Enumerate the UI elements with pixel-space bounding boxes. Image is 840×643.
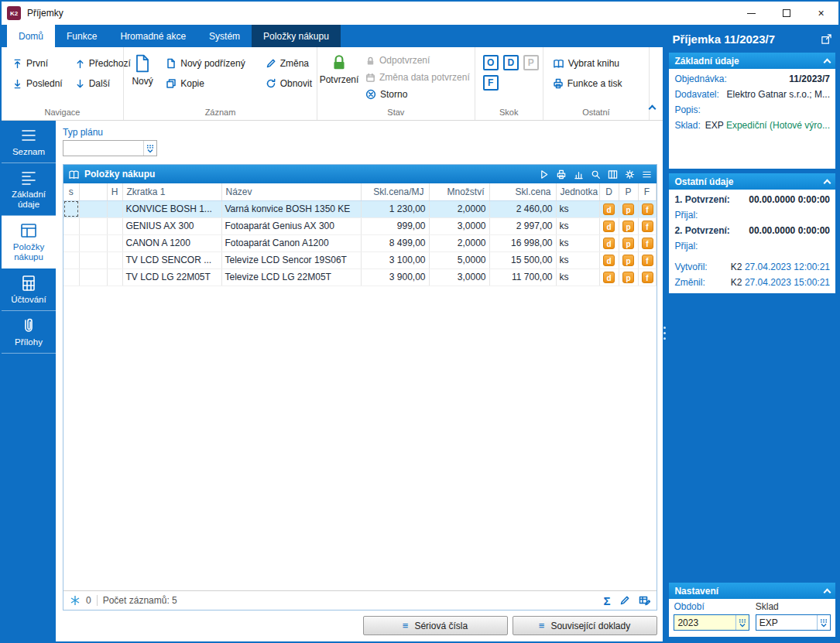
jump-o-button[interactable]: O <box>483 55 499 70</box>
cell-blank[interactable] <box>79 217 107 234</box>
cell-mnozstvi[interactable]: 2,0000 <box>429 200 489 217</box>
maximize-button[interactable] <box>769 2 804 25</box>
cell-select[interactable] <box>63 234 79 251</box>
cell-jednotka[interactable]: ks <box>556 251 599 268</box>
jump-d-button[interactable]: D <box>503 55 519 70</box>
cell-zkratka[interactable]: TV LCD SENCOR ... <box>122 251 221 268</box>
cell-flag-f[interactable]: f <box>638 251 656 268</box>
cell-cena[interactable]: 11 700,00 <box>489 268 556 286</box>
collapse-ribbon-button[interactable] <box>650 103 663 120</box>
cell-nazev[interactable]: Fotoaparát Canon A1200 <box>221 234 361 251</box>
cell-cena[interactable]: 16 998,00 <box>489 234 556 251</box>
cell-cena[interactable]: 15 500,00 <box>489 251 556 268</box>
col-header-mnozstvi[interactable]: Množství <box>429 183 489 200</box>
cell-mnozstvi[interactable]: 3,0000 <box>429 217 489 234</box>
cell-jednotka[interactable]: ks <box>556 268 599 286</box>
cell-mnozstvi[interactable]: 3,0000 <box>429 268 489 286</box>
cell-flag-d[interactable]: d <box>599 200 619 217</box>
col-header-sklcena[interactable]: Skl.cena <box>489 183 556 200</box>
cell-mnozstvi[interactable]: 2,0000 <box>429 234 489 251</box>
chart-icon[interactable] <box>574 169 584 180</box>
cell-jednotka[interactable]: ks <box>556 217 599 234</box>
cell-select[interactable] <box>63 217 79 234</box>
table-row[interactable]: TV LCD LG 22M05T Televize LCD LG 22M05T … <box>63 268 656 286</box>
cell-jednotka[interactable]: ks <box>556 200 599 217</box>
cell-flag-p[interactable]: p <box>619 251 638 268</box>
copy-button[interactable]: Kopie <box>161 74 249 94</box>
cell-h[interactable] <box>107 234 122 251</box>
cell-cena[interactable]: 2 460,00 <box>489 200 556 217</box>
edit-pencil-icon[interactable] <box>619 595 630 606</box>
tab-polozky-nakupu[interactable]: Položky nákupu <box>252 25 341 47</box>
minimize-button[interactable] <box>734 2 769 25</box>
last-button[interactable]: Poslední <box>8 74 67 94</box>
play-icon[interactable] <box>540 169 549 180</box>
gear-icon[interactable] <box>625 169 635 180</box>
open-in-window-icon[interactable] <box>821 33 832 45</box>
new-child-button[interactable]: Nový podřízený <box>161 53 249 74</box>
cell-cena-mj[interactable]: 3 100,00 <box>361 251 429 268</box>
cell-select[interactable] <box>63 268 79 286</box>
flag-d-chip[interactable]: d <box>603 272 615 283</box>
cell-flag-p[interactable]: p <box>619 217 638 234</box>
sidebar-item-seznam[interactable]: Seznam <box>2 121 56 163</box>
flag-f-chip[interactable]: f <box>642 272 653 283</box>
cell-blank[interactable] <box>79 234 107 251</box>
cell-mnozstvi[interactable]: 5,0000 <box>429 251 489 268</box>
tab-funkce[interactable]: Funkce <box>55 25 108 47</box>
change-button[interactable]: Změna <box>261 53 317 74</box>
section-ostatni-udaje[interactable]: Ostatní údaje <box>669 173 835 190</box>
flag-d-chip[interactable]: d <box>603 221 615 232</box>
cell-nazev[interactable]: Fotoaparát Genius AX 300 <box>221 217 361 234</box>
col-header-h[interactable]: H <box>107 183 122 200</box>
cell-blank[interactable] <box>79 200 107 217</box>
col-header-s[interactable]: s <box>63 183 79 200</box>
col-header-nazev[interactable]: Název <box>221 183 361 200</box>
cell-select[interactable] <box>63 200 79 217</box>
cell-h[interactable] <box>107 200 122 217</box>
cell-zkratka[interactable]: CANON A 1200 <box>122 234 221 251</box>
cell-h[interactable] <box>107 217 122 234</box>
obdobi-select[interactable]: 2023 <box>674 614 749 631</box>
sklad-select[interactable]: EXP <box>756 614 831 631</box>
cell-flag-f[interactable]: f <box>638 268 656 286</box>
cell-flag-p[interactable]: p <box>619 268 638 286</box>
flag-p-chip[interactable]: p <box>622 238 634 249</box>
cell-cena-mj[interactable]: 8 499,00 <box>361 234 429 251</box>
cell-h[interactable] <box>107 268 122 286</box>
table-row[interactable]: KONVICE BOSH 1... Varná konvice BOSH 135… <box>63 200 656 217</box>
cell-flag-d[interactable]: d <box>599 217 619 234</box>
col-header-jednotka[interactable]: Jednotka <box>556 183 599 200</box>
first-button[interactable]: První <box>8 53 67 74</box>
flag-f-chip[interactable]: f <box>642 238 653 249</box>
cell-flag-p[interactable]: p <box>619 234 638 251</box>
cell-flag-d[interactable]: d <box>599 234 619 251</box>
col-header-d[interactable]: D <box>599 183 619 200</box>
flag-d-chip[interactable]: d <box>603 255 615 266</box>
flag-p-chip[interactable]: p <box>622 255 634 266</box>
flag-p-chip[interactable]: p <box>622 272 634 283</box>
cell-flag-d[interactable]: d <box>599 251 619 268</box>
jump-p-button[interactable]: P <box>523 55 539 70</box>
cell-flag-d[interactable]: d <box>599 268 619 286</box>
flag-f-chip[interactable]: f <box>642 255 653 266</box>
search-gear-icon[interactable] <box>591 169 601 180</box>
cell-zkratka[interactable]: GENIUS AX 300 <box>122 217 221 234</box>
col-header-p[interactable]: P <box>619 183 638 200</box>
tab-system[interactable]: Systém <box>197 25 252 47</box>
unconfirm-button[interactable]: Odpotvrzení <box>361 52 475 69</box>
menu-icon[interactable] <box>642 169 652 180</box>
cell-select[interactable] <box>63 251 79 268</box>
cell-jednotka[interactable]: ks <box>556 234 599 251</box>
cell-cena-mj[interactable]: 999,00 <box>361 217 429 234</box>
cell-zkratka[interactable]: TV LCD LG 22M05T <box>122 268 221 286</box>
columns-icon[interactable] <box>608 169 618 180</box>
table-row[interactable]: CANON A 1200 Fotoaparát Canon A1200 8 49… <box>63 234 656 251</box>
functions-print-button[interactable]: Funkce a tisk <box>548 74 627 94</box>
cell-blank[interactable] <box>79 268 107 286</box>
table-row[interactable]: GENIUS AX 300 Fotoaparát Genius AX 300 9… <box>63 217 656 234</box>
cell-nazev[interactable]: Televize LCD LG 22M05T <box>221 268 361 286</box>
cell-flag-f[interactable]: f <box>638 200 656 217</box>
serial-numbers-button[interactable]: ≡ Sériová čísla <box>363 616 508 635</box>
section-zakladni-udaje[interactable]: Základní údaje <box>669 53 835 69</box>
